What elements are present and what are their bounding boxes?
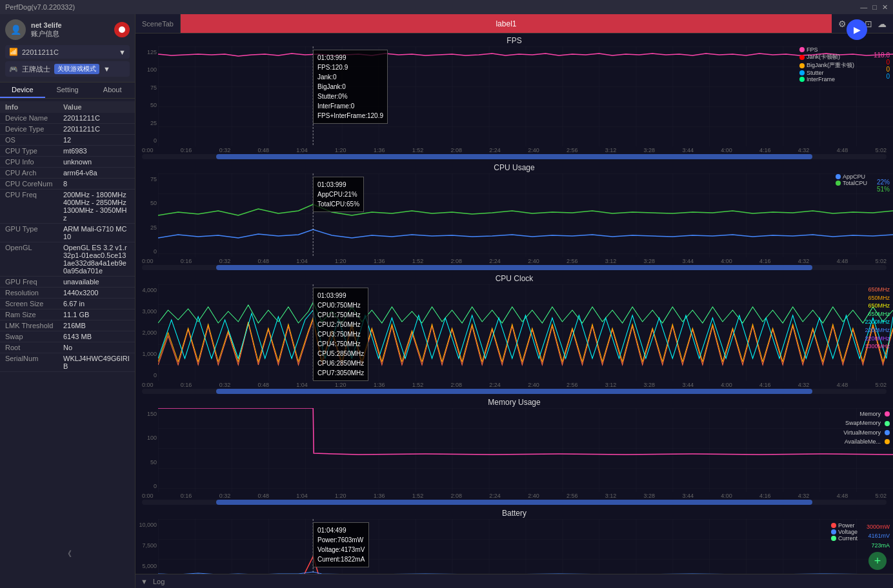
info-label: Ram Size	[5, 311, 63, 318]
scene-tab-label: SceneTab	[135, 14, 181, 33]
fps-chart-section: FPS 125 100 75 50 25 0	[135, 34, 893, 159]
cpu-clock-chart-area: 01:03:999 CPU0:750MHz CPU1:750MHz CPU2:7…	[158, 284, 893, 381]
memory-chart-area: Memory SwapMemory VirtualMemory Availabl…	[158, 408, 893, 492]
cpu-usage-y-axis: 75 50 25 0	[135, 173, 158, 257]
fps-y-75: 75	[137, 84, 157, 91]
info-value: 22011211C	[63, 125, 130, 133]
cpu-usage-scrollbar-thumb[interactable]	[216, 265, 812, 270]
close-btn[interactable]: ✕	[882, 3, 888, 12]
info-label: CPU Info	[5, 158, 63, 166]
titlebar-title: PerfDog(v7.0.220332)	[5, 3, 75, 11]
info-label: Resolution	[5, 289, 63, 297]
cpu-usage-scrollbar[interactable]	[142, 265, 887, 270]
current-val: 723mA	[867, 541, 890, 550]
settings-icon[interactable]: ⚙	[838, 19, 847, 29]
fps-y-0: 0	[137, 137, 157, 144]
info-value: unknown	[63, 158, 130, 166]
fps-y-125: 125	[137, 49, 157, 55]
info-label: Screen Size	[5, 300, 63, 308]
info-row: Screen Size 6.67 in	[0, 299, 135, 309]
cpu-usage-chart-section: CPU Usage 75 50 25 0	[135, 161, 893, 270]
tab-about[interactable]: About	[90, 83, 135, 98]
info-row: LMK Threshold 216MB	[0, 320, 135, 331]
add-button[interactable]: +	[868, 552, 887, 570]
cpu-clock-scrollbar[interactable]	[142, 389, 887, 394]
info-label: OS	[5, 136, 63, 144]
fps-y-25: 25	[137, 120, 157, 126]
cpu-clock-scrollbar-thumb[interactable]	[216, 389, 812, 394]
info-row: SerialNum WKLJ4HWC49G6IRIB	[0, 353, 135, 372]
plus-icon: +	[874, 554, 881, 568]
info-value: 6143 MB	[63, 333, 130, 340]
info-row: Device Name 22011211C	[0, 113, 135, 124]
tab-device[interactable]: Device	[0, 83, 45, 98]
info-value: mt6983	[63, 147, 130, 155]
record-button[interactable]	[114, 22, 130, 37]
tab-setting[interactable]: Setting	[45, 83, 90, 98]
info-value: ARM Mali-G710 MC10	[63, 225, 130, 240]
info-value: unavailable	[63, 278, 130, 286]
fps-y-axis: 125 100 75 50 25 0	[135, 46, 158, 146]
svg-rect-9	[158, 519, 893, 574]
info-row: CPU Arch arm64-v8a	[0, 168, 135, 179]
memory-scrollbar[interactable]	[142, 500, 887, 505]
cpu-usage-svg	[158, 173, 893, 257]
cpu-clock-chart-section: CPU Clock 4,000 3,000 2,000 1,000 0	[135, 271, 893, 394]
main-content: SceneTab label1 ⚙ ↩ ⊡ ☁ ▶ FPS 125 100 75…	[135, 14, 893, 588]
cpu-usage-chart-area: 01:03:999 AppCPU:21% TotalCPU:65% 22% 51…	[158, 173, 893, 257]
power-val: 3000mW	[867, 522, 890, 531]
svg-rect-1	[158, 46, 893, 146]
username: net 3elife	[31, 21, 62, 29]
app-cpu-val: 22%	[877, 179, 890, 186]
fps-stutter-val: 0	[874, 73, 890, 80]
battery-title: Battery	[135, 506, 893, 519]
maximize-btn[interactable]: □	[872, 3, 877, 12]
info-value: OpenGL ES 3.2 v1.r32p1-01eac0.5ce131ae33…	[63, 244, 130, 275]
add-button-container: +	[868, 552, 887, 570]
app-badge[interactable]: 关联游戏模式	[54, 64, 99, 74]
battery-right-values: 3000mW 4161mV 723mA	[867, 522, 890, 550]
memory-legend: Memory SwapMemory VirtualMemory Availabl…	[843, 409, 890, 447]
cpu-usage-right-values: 22% 51%	[877, 179, 890, 193]
fps-current-val: 118.8	[874, 52, 890, 59]
info-value: 216MB	[63, 322, 130, 329]
account-label[interactable]: 账户信息	[31, 29, 62, 39]
app-chevron-icon[interactable]: ▼	[103, 65, 110, 73]
info-table-header: Info Value	[0, 101, 135, 113]
info-row: CPU Info unknown	[0, 157, 135, 168]
battery-legend: Power Voltage Current	[831, 522, 858, 542]
collapse-sidebar-btn[interactable]: 《	[0, 546, 135, 562]
cpu-usage-title: CPU Usage	[135, 161, 893, 173]
memory-y-axis: 150 100 50 0	[135, 408, 158, 492]
profile-info: net 3elife 账户信息	[31, 21, 62, 39]
record-icon	[119, 26, 125, 33]
memory-chart-section: Memory Usage 150 100 50 0 Mem	[135, 395, 893, 505]
app-row: 🎮 王牌战士 关联游戏模式 ▼	[5, 61, 130, 77]
info-label: Swap	[5, 333, 63, 340]
chevron-down-icon[interactable]: ▼	[119, 48, 126, 56]
info-value: 1440x3200	[63, 289, 130, 297]
battery-svg	[158, 519, 893, 574]
log-bar: ▼ Log	[135, 574, 893, 588]
fps-scrollbar[interactable]	[142, 154, 887, 159]
chevron-left-icon: 《	[64, 549, 72, 560]
log-arrow-icon[interactable]: ▼	[141, 578, 148, 585]
info-row: Root No	[0, 342, 135, 353]
fps-y-50: 50	[137, 102, 157, 108]
minimize-btn[interactable]: —	[860, 3, 867, 12]
info-row: Device Type 22011211C	[0, 124, 135, 135]
info-value: 22011211C	[63, 114, 130, 122]
play-button[interactable]: ▶	[847, 19, 867, 40]
profile-row: 👤 net 3elife 账户信息	[5, 19, 130, 40]
device-row[interactable]: 📶 22011211C ▼	[5, 45, 130, 59]
cpu-clock-title: CPU Clock	[135, 271, 893, 284]
voltage-val: 4161mV	[867, 531, 890, 540]
header-value: Value	[63, 103, 130, 111]
log-label: Log	[153, 578, 165, 585]
cloud-icon[interactable]: ☁	[878, 19, 887, 29]
fps-scrollbar-thumb[interactable]	[216, 154, 812, 159]
memory-scrollbar-thumb[interactable]	[216, 500, 812, 505]
fps-legend: FPS Jank(卡顿帧) BigJank(严重卡顿) Stutter Inte…	[799, 46, 854, 83]
cpu-usage-x-axis: 0:000:160:320:481:041:201:361:522:082:24…	[135, 257, 893, 265]
scene-tab-content: label1	[181, 14, 832, 33]
